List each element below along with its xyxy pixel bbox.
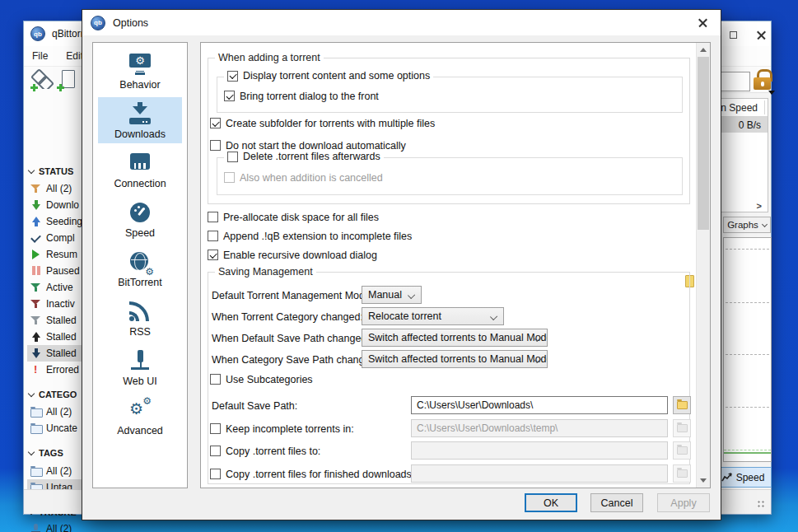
options-titlebar[interactable]: qb Options — [82, 10, 721, 35]
plus-icon — [30, 84, 38, 91]
maximize-icon — [730, 31, 737, 39]
speed-tab[interactable]: Speed — [714, 467, 772, 488]
recursive-checkbox-row[interactable]: Enable recursive download dialog — [208, 248, 377, 262]
browse-folder-button-disabled — [673, 464, 691, 483]
checkbox[interactable] — [227, 152, 238, 162]
nav-speed[interactable]: Speed — [98, 196, 182, 242]
category-path-changed-dropdown[interactable]: Switch affected torrents to Manual Mode — [362, 350, 548, 368]
filter-label: Uncate — [46, 422, 77, 434]
maximize-button[interactable] — [724, 27, 742, 42]
lock-icon[interactable] — [753, 69, 772, 92]
create-subfolder-checkbox-row[interactable]: Create subfolder for torrents with multi… — [210, 116, 435, 130]
funnel-darkred-icon — [30, 299, 41, 309]
add-torrent-link-icon[interactable] — [32, 70, 52, 90]
triangle-up-icon — [700, 48, 707, 52]
nav-advanced[interactable]: ⚙⚙ Advanced — [98, 394, 182, 440]
add-torrent-file-icon[interactable] — [58, 70, 78, 90]
graphs-label: Graphs — [727, 220, 758, 230]
nav-webui[interactable]: Web UI — [98, 344, 182, 390]
ok-button[interactable]: OK — [525, 493, 577, 512]
graph-series-line — [724, 452, 771, 454]
folder-icon — [677, 469, 688, 478]
graph-series-dashed — [724, 450, 771, 450]
checkbox[interactable] — [210, 118, 221, 128]
browse-folder-button[interactable] — [673, 396, 691, 414]
display-content-checkbox-row[interactable]: Display torrent content and some options — [224, 70, 433, 82]
resize-grip[interactable] — [757, 500, 765, 508]
delete-torrent-checkbox-row[interactable]: Delete .torrent files afterwards — [224, 151, 384, 162]
checkbox[interactable] — [210, 140, 221, 151]
apply-button[interactable]: Apply — [657, 493, 710, 512]
scroll-down-arrow[interactable] — [697, 474, 710, 488]
funnel-tan-icon — [30, 184, 41, 194]
nav-label: Behavior — [119, 79, 160, 91]
nav-downloads[interactable]: Downloads — [98, 97, 182, 143]
checkbox-label: Display torrent content and some options — [243, 70, 430, 82]
path-value: C:\Users\User\Downloads\ — [417, 399, 533, 411]
checkbox[interactable] — [208, 231, 218, 241]
close-button[interactable] — [752, 27, 770, 42]
scrollbar-thumb[interactable] — [698, 57, 709, 230]
group-title: When adding a torrent — [215, 52, 324, 63]
horizontal-scroll-arrow[interactable]: > — [757, 201, 762, 211]
copy-finished-checkbox-row[interactable]: Copy .torrent files for finished downloa… — [210, 467, 426, 481]
dialog-close-button[interactable] — [684, 10, 721, 35]
checkbox-label: Append .!qB extension to incomplete file… — [223, 231, 412, 242]
default-path-changed-label: When Default Save Path changed: — [212, 331, 370, 345]
use-subcategories-checkbox-row[interactable]: Use Subcategories — [210, 372, 313, 386]
checkbox[interactable] — [208, 212, 218, 222]
checkbox[interactable] — [227, 71, 238, 82]
checkbox-label: Also when addition is cancelled — [240, 172, 383, 184]
options-dialog: qb Options ⚙ Behavior Downloads Connecti… — [82, 9, 721, 520]
cancel-button[interactable]: Cancel — [590, 493, 643, 512]
checkbox-label: Pre-allocate disk space for all files — [223, 212, 379, 223]
tags-section-header[interactable]: TAGS — [27, 445, 63, 461]
graphs-dropdown-button[interactable]: Graphs — [723, 217, 771, 233]
gridline — [726, 354, 769, 355]
content-scrollbar[interactable] — [696, 43, 710, 488]
ethernet-plug-icon — [128, 152, 152, 175]
checkbox[interactable] — [210, 446, 221, 456]
management-mode-dropdown[interactable]: Manual — [362, 286, 422, 304]
nav-behavior[interactable]: ⚙ Behavior — [98, 48, 182, 94]
bring-front-checkbox-row[interactable]: Bring torrent dialog to the front — [224, 89, 379, 103]
triangle-down-icon — [700, 478, 707, 483]
column-label: n Speed — [721, 102, 758, 114]
nav-label: Speed — [125, 227, 155, 239]
preallocate-checkbox-row[interactable]: Pre-allocate disk space for all files — [208, 210, 379, 224]
nav-rss[interactable]: RSS — [98, 295, 182, 341]
keep-incomplete-checkbox-row[interactable]: Keep incomplete torrents in: — [210, 422, 354, 436]
filter-label: Inactiv — [46, 298, 75, 310]
nav-label: Web UI — [123, 376, 156, 387]
category-changed-dropdown[interactable]: Relocate torrent — [362, 307, 504, 325]
nav-connection[interactable]: Connection — [98, 147, 182, 193]
scroll-up-arrow[interactable] — [697, 43, 710, 57]
checkbox-label: Copy .torrent files for finished downloa… — [226, 469, 426, 480]
filter-label: All (2) — [46, 406, 72, 418]
group-title: Saving Management — [215, 266, 316, 278]
status-section-header[interactable]: STATUS — [27, 163, 73, 180]
filter-label: Stalled — [46, 331, 77, 343]
append-qb-checkbox-row[interactable]: Append .!qB extension to incomplete file… — [208, 229, 412, 243]
copy-torrent-checkbox-row[interactable]: Copy .torrent files to: — [210, 444, 320, 458]
checkbox[interactable] — [210, 374, 221, 385]
categories-section-header[interactable]: CATEGO — [27, 386, 77, 403]
menu-edit[interactable]: Edit — [66, 50, 83, 62]
nav-bittorrent[interactable]: ⚙ BitTorrent — [98, 245, 182, 292]
plus-icon — [57, 84, 64, 91]
section-label: CATEGO — [39, 390, 77, 399]
menu-file[interactable]: File — [32, 50, 48, 62]
checkbox[interactable] — [224, 91, 235, 101]
checkbox[interactable] — [210, 469, 221, 479]
checkbox[interactable] — [208, 250, 218, 260]
category-changed-label: When Torrent Category changed: — [212, 310, 363, 324]
checkbox[interactable] — [210, 423, 221, 434]
default-save-path-input[interactable]: C:\Users\User\Downloads\ — [411, 396, 668, 414]
filter-tracker-all[interactable]: All (2) — [27, 520, 106, 532]
speedometer-icon — [128, 201, 152, 224]
chevron-down-icon — [762, 221, 768, 226]
filter-label: Seeding — [46, 216, 82, 227]
folder-icon — [677, 424, 688, 432]
default-path-changed-dropdown[interactable]: Switch affected torrents to Manual Mode — [362, 329, 548, 347]
close-icon — [757, 30, 766, 40]
